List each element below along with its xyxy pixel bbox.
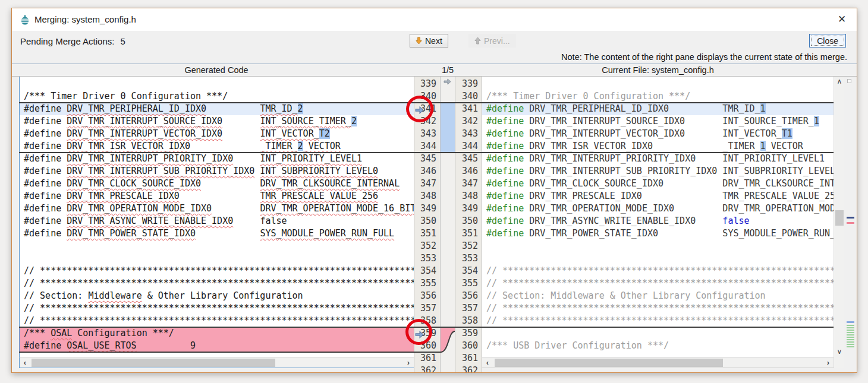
- right-horizontal-scrollbar[interactable]: ‹ ›: [482, 357, 834, 368]
- scrollbar-thumb[interactable]: [495, 359, 723, 367]
- generated-code-pane: /*** Timer Driver 0 Configuration ***/#d…: [19, 77, 414, 357]
- scroll-up-icon[interactable]: ∧: [834, 77, 845, 87]
- diff-insert-connector: [441, 327, 455, 353]
- line-number: 347: [455, 178, 482, 190]
- annotation-circle-merge-arrow-2: [405, 319, 432, 345]
- annotation-margin: [844, 77, 857, 373]
- scrollbar-thumb[interactable]: [32, 359, 275, 367]
- line-number: 344: [414, 140, 440, 153]
- down-arrow-icon: [416, 37, 422, 45]
- code-line: // *************************************…: [482, 315, 834, 327]
- code-line: [482, 78, 834, 90]
- line-number: 356: [414, 290, 440, 302]
- code-line: #define DRV_TMR_POWER_STATE_IDX0 SYS_MOD…: [482, 227, 834, 240]
- line-number: 343: [455, 128, 482, 140]
- previous-button-label: Previ...: [484, 36, 510, 46]
- line-number: 361: [414, 352, 440, 365]
- line-number: 353: [414, 252, 440, 265]
- line-number: 362: [414, 365, 440, 373]
- annotation-mark-current[interactable]: [847, 217, 854, 219]
- close-button[interactable]: Close: [809, 34, 846, 48]
- code-line: /*** USB Driver Configuration ***/: [482, 340, 834, 352]
- pending-label: Pending Merge Actions:: [20, 36, 114, 46]
- scroll-left-icon[interactable]: ‹: [20, 357, 30, 368]
- note-row: Note: The content of the right pane disp…: [12, 50, 857, 64]
- code-line: #define DRV_TMR_INTERRUPT_SUB_PRIORITY_I…: [20, 165, 414, 178]
- code-line: #define DRV_TMR_INTERRUPT_VECTOR_IDX0 IN…: [482, 128, 834, 140]
- line-number: 348: [455, 190, 482, 202]
- code-line: #define DRV_TMR_ASYNC_WRITE_ENABLE_IDX0 …: [20, 215, 414, 227]
- code-line: #define OSAL_USE_RTOS 9: [20, 340, 414, 352]
- code-line: #define DRV_TMR_INTERRUPT_PRIORITY_IDX0 …: [482, 153, 834, 165]
- diff-block-border: [19, 352, 441, 353]
- diff-content: /*** Timer Driver 0 Configuration ***/#d…: [12, 77, 857, 373]
- diff-change-connector: [441, 103, 455, 153]
- code-line: #define DRV_TMR_INTERRUPT_VECTOR_IDX0 IN…: [20, 128, 414, 140]
- code-line: #define DRV_TMR_INTERRUPT_SOURCE_IDX0 IN…: [482, 115, 834, 128]
- diff-counter: 1/5: [435, 65, 461, 75]
- line-number: 345: [414, 153, 440, 165]
- code-line: [20, 78, 414, 90]
- left-horizontal-scrollbar[interactable]: ‹ ›: [19, 357, 414, 368]
- code-line: [482, 240, 834, 252]
- line-number: 344: [455, 140, 482, 153]
- code-line: #define DRV_TMR_PERIPHERAL_ID_IDX0 TMR_I…: [20, 103, 414, 115]
- line-number: 359: [455, 327, 482, 340]
- annotation-mark-change[interactable]: [847, 321, 854, 323]
- app-logo-icon: [20, 14, 30, 25]
- line-number: 357: [455, 302, 482, 315]
- code-line: #define DRV_TMR_CLOCK_SOURCE_IDX0 DRV_TM…: [20, 178, 414, 190]
- code-line: // Section: Middleware & Other Library C…: [482, 290, 834, 302]
- pending-merge-actions: Pending Merge Actions:5: [20, 36, 125, 46]
- previous-button[interactable]: Previ...: [468, 34, 516, 48]
- code-line: [20, 240, 414, 252]
- code-line: // *************************************…: [20, 277, 414, 290]
- right-pane-header: Current File: system_config.h: [482, 65, 834, 75]
- code-line: // *************************************…: [482, 302, 834, 315]
- code-line: // *************************************…: [482, 265, 834, 277]
- window-close-icon[interactable]: ✕: [835, 13, 848, 26]
- toolbar: Pending Merge Actions:5 Next Previ... Cl…: [12, 31, 857, 50]
- scrollbar-thumb[interactable]: [835, 210, 844, 226]
- diff-connector-strip: [441, 77, 455, 373]
- scroll-down-icon[interactable]: ∨: [834, 347, 845, 357]
- current-diff-indicator-icon: [444, 78, 451, 85]
- scroll-right-icon[interactable]: ›: [403, 357, 414, 368]
- line-number: 351: [455, 227, 482, 240]
- line-number: 350: [414, 215, 440, 227]
- line-number: 362: [455, 365, 482, 373]
- code-line: // *************************************…: [482, 277, 834, 290]
- line-number: 357: [414, 302, 440, 315]
- code-line: #define DRV_TMR_INTERRUPT_SOURCE_IDX0 IN…: [20, 115, 414, 128]
- pane-headers: Generated Code 1/5 Current File: system_…: [12, 64, 857, 77]
- code-line: #define DRV_TMR_POWER_STATE_IDX0 SYS_MOD…: [20, 227, 414, 240]
- line-number: 361: [455, 352, 482, 365]
- code-line: #define DRV_TMR_OPERATION_MODE_IDX0 DRV_…: [20, 202, 414, 215]
- right-line-number-gutter: 3393403413423433443453463473483493503513…: [455, 77, 482, 373]
- next-button[interactable]: Next: [410, 34, 448, 48]
- line-number: 339: [414, 78, 440, 90]
- code-line: [20, 252, 414, 265]
- line-number: 356: [455, 290, 482, 302]
- line-number: 343: [414, 128, 440, 140]
- line-number: 349: [414, 202, 440, 215]
- code-line: #define DRV_TMR_PERIPHERAL_ID_IDX0 TMR_I…: [482, 103, 834, 115]
- code-line: [482, 352, 834, 357]
- scroll-right-icon[interactable]: ›: [823, 357, 834, 368]
- annotation-circle-merge-arrow-1: [406, 96, 433, 122]
- code-line: #define DRV_TMR_INTERRUPT_PRIORITY_IDX0 …: [20, 153, 414, 165]
- annotation-status-box: [847, 79, 851, 83]
- code-line: #define DRV_TMR_INTERRUPT_SUB_PRIORITY_I…: [482, 165, 834, 178]
- line-number: 347: [414, 178, 440, 190]
- line-number: 349: [455, 202, 482, 215]
- vertical-scrollbar[interactable]: ∧ ∨: [834, 77, 844, 368]
- line-number: 358: [455, 315, 482, 327]
- line-number: 352: [455, 240, 482, 252]
- line-number: 346: [455, 165, 482, 178]
- scroll-left-icon[interactable]: ‹: [482, 357, 493, 368]
- code-line: /*** Timer Driver 0 Configuration ***/: [20, 90, 414, 103]
- code-line: // *************************************…: [20, 265, 414, 277]
- line-number: 353: [455, 252, 482, 265]
- annotation-marks-added[interactable]: [847, 325, 854, 347]
- annotation-mark-error[interactable]: [847, 222, 854, 224]
